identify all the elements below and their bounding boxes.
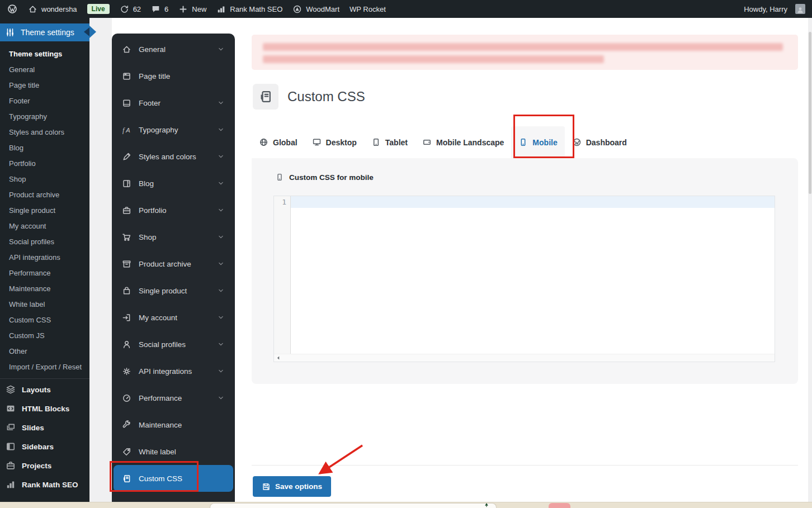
- wp-admin-bar: wondersha Live 62 6 New Rank Math SEO Wo…: [0, 0, 812, 18]
- wp-logo-menu[interactable]: [7, 0, 18, 18]
- theme-settings-label: Theme settings: [21, 28, 74, 37]
- chart-bars-icon: [216, 4, 226, 14]
- editor-gutter: 1: [274, 196, 291, 354]
- account-menu[interactable]: Howdy, Harry: [744, 0, 805, 18]
- updates-menu[interactable]: 62: [120, 0, 141, 18]
- tab-mobile[interactable]: Mobile: [511, 126, 564, 158]
- sidebar-submenu-item-maintenance[interactable]: Maintenance: [0, 281, 89, 296]
- sidebar-submenu-item-performance[interactable]: Performance: [0, 265, 89, 281]
- tab-mobile-landscape[interactable]: Mobile Landscape: [415, 126, 511, 158]
- chevron-down-icon: [217, 287, 225, 295]
- wordpress-icon: [7, 3, 18, 15]
- settings-nav-item-performance[interactable]: Performance: [112, 384, 235, 411]
- sidebar-submenu-item-product-archive[interactable]: Product archive: [0, 187, 89, 202]
- blog-icon: [122, 179, 131, 188]
- sidebar-item-rank-math-seo[interactable]: Rank Math SEO: [0, 475, 89, 494]
- page-scrollbar[interactable]: [808, 18, 812, 502]
- settings-nav-item-api-integrations[interactable]: API integrations: [112, 358, 235, 384]
- sidebar-submenu-item-my-account[interactable]: My account: [0, 218, 89, 234]
- tab-global[interactable]: Global: [252, 126, 305, 158]
- avatar: [795, 4, 805, 14]
- settings-nav-item-general[interactable]: General: [112, 36, 235, 63]
- current-menu-arrow: [89, 26, 96, 38]
- sidebar-item-theme-settings[interactable]: Theme settings: [0, 23, 89, 41]
- live-badge: Live: [87, 4, 110, 14]
- sidebar-item-slides[interactable]: Slides: [0, 418, 89, 437]
- editor-h-scrollbar[interactable]: [274, 354, 775, 362]
- code-icon: [6, 403, 16, 414]
- new-content-menu[interactable]: New: [178, 0, 206, 18]
- comments-menu[interactable]: 6: [151, 0, 168, 18]
- sidebar-submenu-item-shop[interactable]: Shop: [0, 171, 89, 187]
- css-code-editor[interactable]: 1: [273, 196, 775, 362]
- gear-icon: [122, 367, 131, 376]
- settings-nav-item-maintenance[interactable]: Maintenance: [112, 411, 235, 438]
- sliders-icon: [5, 27, 15, 37]
- settings-nav-item-blog[interactable]: Blog: [112, 170, 235, 197]
- background-window-edge: [0, 502, 812, 508]
- woodmart-logo-icon: [292, 4, 302, 14]
- settings-nav-item-page-title[interactable]: Page title: [112, 63, 235, 89]
- sidebar-submenu-item-typography[interactable]: Typography: [0, 108, 89, 124]
- scrollbar-thumb[interactable]: [809, 32, 811, 194]
- tree-icon: [481, 502, 492, 508]
- updates-icon: [120, 4, 129, 14]
- sidebar-submenu-item-custom-css[interactable]: Custom CSS: [0, 312, 89, 327]
- sidebar-submenu-item-other[interactable]: Other: [0, 343, 89, 359]
- rank-math-menu[interactable]: Rank Math SEO: [216, 0, 282, 18]
- annotation-arrow: [312, 440, 368, 477]
- settings-nav-item-styles-and-colors[interactable]: Styles and colors: [112, 143, 235, 170]
- sidebar-submenu-item-styles-and-colors[interactable]: Styles and colors: [0, 124, 89, 140]
- sidebar-item-projects[interactable]: Projects: [0, 456, 89, 475]
- settings-nav-item-product-archive[interactable]: Product archive: [112, 250, 235, 277]
- rank-math-label: Rank Math SEO: [230, 5, 282, 13]
- settings-nav-item-shop[interactable]: Shop: [112, 224, 235, 250]
- sidebar-item-html-blocks[interactable]: HTML Blocks: [0, 399, 89, 418]
- sidebar-divider: [0, 378, 89, 379]
- sidebar-item-layouts[interactable]: Layouts: [0, 380, 89, 399]
- site-name-menu[interactable]: wondersha: [28, 0, 77, 18]
- mobile-icon: [518, 137, 528, 147]
- sidebar-submenu-item-social-profiles[interactable]: Social profiles: [0, 234, 89, 249]
- sidebar-submenu-item-portfolio[interactable]: Portfolio: [0, 155, 89, 171]
- sidebars-icon: [6, 441, 16, 452]
- sidebar-submenu-item-api-integrations[interactable]: API integrations: [0, 249, 89, 265]
- sidebar-item-sidebars[interactable]: Sidebars: [0, 437, 89, 456]
- settings-nav-item-my-account[interactable]: My account: [112, 304, 235, 331]
- settings-nav-item-custom-css[interactable]: Custom CSS: [114, 465, 233, 492]
- sidebar-submenu-item-import-export-reset[interactable]: Import / Export / Reset: [0, 359, 89, 374]
- settings-nav-item-footer[interactable]: Footer: [112, 89, 235, 116]
- chevron-down-icon: [217, 367, 225, 375]
- woodmart-menu[interactable]: WoodMart: [292, 0, 339, 18]
- sidebar-submenu-item-white-label[interactable]: White label: [0, 296, 89, 312]
- sidebar-submenu-item-blog[interactable]: Blog: [0, 140, 89, 155]
- chevron-down-icon: [217, 394, 225, 402]
- background-pink-element: [549, 503, 570, 508]
- sidebar-submenu-item-theme-settings[interactable]: Theme settings: [0, 46, 89, 61]
- sidebar-submenu-item-footer[interactable]: Footer: [0, 93, 89, 108]
- sidebar-submenu-item-single-product[interactable]: Single product: [0, 202, 89, 218]
- login-icon: [122, 313, 131, 322]
- tab-tablet[interactable]: Tablet: [364, 126, 415, 158]
- editor-active-line: [291, 196, 775, 208]
- save-icon: [262, 482, 271, 491]
- slides-icon: [6, 422, 16, 433]
- settings-nav-item-white-label[interactable]: White label: [112, 438, 235, 465]
- settings-nav-item-social-profiles[interactable]: Social profiles: [112, 331, 235, 358]
- archive-icon: [122, 259, 131, 269]
- sidebar-submenu-item-general[interactable]: General: [0, 61, 89, 77]
- save-options-button[interactable]: Save options: [253, 476, 331, 497]
- tab-dashboard[interactable]: Dashboard: [565, 126, 634, 158]
- sidebar-submenu-item-page-title[interactable]: Page title: [0, 77, 89, 93]
- person-icon: [796, 6, 804, 14]
- chevron-down-icon: [217, 260, 225, 268]
- settings-nav-item-portfolio[interactable]: Portfolio: [112, 197, 235, 224]
- sidebar-submenu-item-custom-js[interactable]: Custom JS: [0, 327, 89, 343]
- settings-nav-item-single-product[interactable]: Single product: [112, 277, 235, 304]
- css-doc-icon: [122, 474, 131, 483]
- chevron-down-icon: [217, 126, 225, 134]
- wp-rocket-menu[interactable]: WP Rocket: [350, 0, 386, 18]
- tab-desktop[interactable]: Desktop: [305, 126, 364, 158]
- briefcase-icon: [6, 460, 16, 471]
- settings-nav-item-typography[interactable]: fA Typography: [112, 116, 235, 143]
